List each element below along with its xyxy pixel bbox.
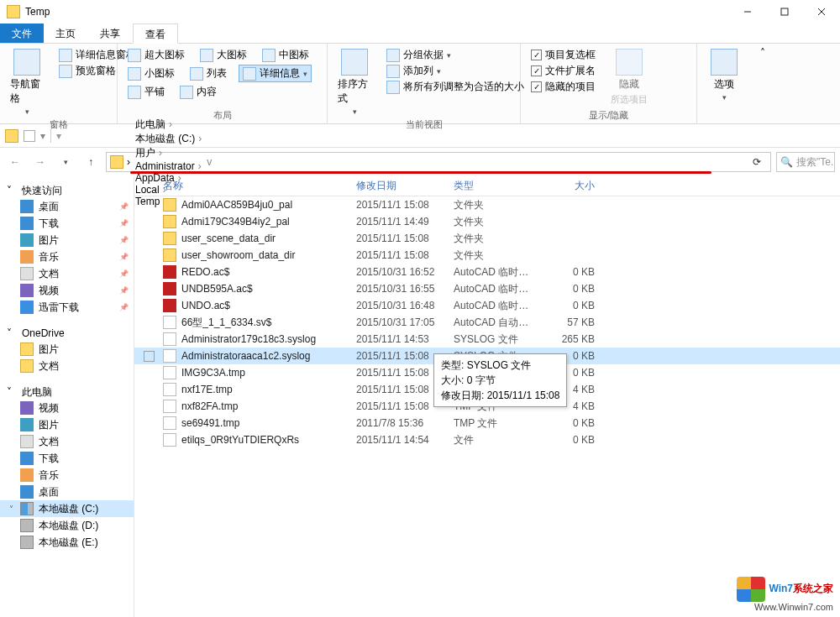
nav-item[interactable]: 图片	[0, 416, 134, 433]
nav-icon	[20, 359, 34, 373]
layout-content[interactable]: 内容	[176, 84, 220, 100]
col-type[interactable]: 类型	[449, 175, 541, 196]
file-row[interactable]: 66型_1_1_6334.sv$ 2015/10/31 17:05 AutoCA…	[134, 314, 840, 331]
nav-item[interactable]: 文档	[0, 358, 134, 374]
m-icon-icon	[262, 49, 276, 62]
folder-icon[interactable]	[5, 129, 18, 143]
qat-customize-button[interactable]: ▾	[40, 130, 45, 142]
add-columns-button[interactable]: 添加列 ▾	[383, 63, 528, 79]
properties-icon[interactable]	[24, 130, 35, 142]
search-input[interactable]: 🔍 搜索"Te...	[776, 152, 835, 172]
file-row[interactable]: Administrator179c18c3.syslog 2015/11/1 1…	[134, 331, 840, 348]
ribbon: 导航窗格 ▾ 详细信息窗格 预览窗格 窗格 超大图标 大图标 中图标 小图标 列…	[0, 44, 840, 124]
nav-item[interactable]: 文档	[0, 433, 134, 450]
layout-m-icons[interactable]: 中图标	[259, 47, 312, 63]
nav-item[interactable]: 视频	[0, 400, 134, 416]
collapse-ribbon-button[interactable]: ˄	[751, 44, 774, 123]
sort-by-button[interactable]: 排序方式 ▾	[334, 47, 375, 118]
breadcrumb-item[interactable]: 本地磁盘 (C:)›	[134, 132, 203, 146]
file-name: user_showroom_data_dir	[181, 249, 295, 261]
nav-up-button[interactable]: ↑	[81, 152, 101, 172]
maximize-button[interactable]	[766, 0, 803, 24]
file-row[interactable]: Admi179C349B4iy2_pal 2015/11/1 14:49 文件夹	[134, 213, 840, 230]
address-bar[interactable]: › 此电脑›本地磁盘 (C:)›用户›Administrator›AppData…	[106, 152, 771, 172]
nav-icon	[20, 250, 34, 264]
nav-this-pc[interactable]: ˅此电脑	[0, 383, 134, 400]
file-row[interactable]: se69491.tmp 2011/7/8 15:36 TMP 文件 0 KB	[134, 415, 840, 431]
nav-forward-button[interactable]: →	[30, 152, 50, 172]
drive-icon	[20, 536, 34, 549]
address-dropdown-button[interactable]: v	[207, 156, 212, 168]
qat-overflow-button[interactable]: ▾	[56, 130, 61, 142]
group-current-label: 当前视图	[334, 118, 513, 131]
minimize-button[interactable]	[729, 0, 766, 24]
nav-item[interactable]: 图片	[0, 341, 134, 358]
nav-item[interactable]: 下载	[0, 450, 134, 467]
nav-item[interactable]: 桌面	[0, 198, 134, 215]
col-date[interactable]: 修改日期	[351, 175, 449, 196]
nav-item[interactable]: 文档	[0, 265, 134, 282]
file-ext-toggle[interactable]: 文件扩展名	[528, 63, 599, 79]
nav-drive[interactable]: 本地磁盘 (D:)	[0, 517, 134, 534]
nav-drive[interactable]: 本地磁盘 (E:)	[0, 534, 134, 551]
file-icon	[163, 316, 176, 329]
breadcrumb-item[interactable]: Administrator›	[134, 160, 203, 172]
refresh-button[interactable]: ⟳	[747, 152, 767, 172]
file-date: 2015/11/1 15:08	[351, 249, 449, 261]
hide-selected-button[interactable]: 隐藏 所选项目	[607, 47, 651, 107]
layout-tiles[interactable]: 平铺	[124, 84, 168, 100]
layout-list[interactable]: 列表	[186, 65, 230, 81]
tab-file[interactable]: 文件	[0, 24, 44, 43]
column-header-row: 名称 修改日期 类型 大小	[134, 176, 840, 196]
nav-item[interactable]: 音乐	[0, 248, 134, 265]
file-row[interactable]: user_showroom_data_dir 2015/11/1 15:08 文…	[134, 247, 840, 264]
nav-drive[interactable]: ˅本地磁盘 (C:)	[0, 500, 134, 517]
nav-item[interactable]: 图片	[0, 232, 134, 248]
breadcrumb-item[interactable]: 此电脑›	[134, 118, 203, 132]
nav-item[interactable]: 桌面	[0, 484, 134, 500]
layout-xl-icons[interactable]: 超大图标	[124, 47, 188, 63]
file-row[interactable]: UNDB595A.ac$ 2015/10/31 16:55 AutoCAD 临时…	[134, 280, 840, 297]
nav-onedrive[interactable]: ˅OneDrive	[0, 324, 134, 341]
file-name: Administratoraaca1c2.syslog	[181, 350, 310, 362]
file-date: 2015/10/31 17:05	[351, 316, 449, 328]
file-row[interactable]: etilqs_0R9tYuTDIERQxRs 2015/11/1 14:54 文…	[134, 431, 840, 448]
file-row[interactable]: Admi0AAC859B4ju0_pal 2015/11/1 15:08 文件夹	[134, 196, 840, 213]
nav-pane-button[interactable]: 导航窗格 ▾	[7, 47, 47, 118]
nav-item[interactable]: 音乐	[0, 467, 134, 484]
layout-s-icons[interactable]: 小图标	[124, 65, 178, 81]
nav-quick-access[interactable]: ˅快速访问	[0, 181, 134, 198]
close-button[interactable]	[803, 0, 840, 24]
file-tooltip: 类型: SYSLOG 文件 大小: 0 字节 修改日期: 2015/11/1 1…	[433, 353, 567, 407]
acad-icon	[163, 282, 176, 295]
nav-item[interactable]: 下载	[0, 215, 134, 232]
nav-recent-button[interactable]: ▾	[55, 152, 76, 172]
layout-l-icons[interactable]: 大图标	[197, 47, 250, 63]
tab-share[interactable]: 共享	[88, 24, 133, 43]
row-checkbox[interactable]	[144, 351, 155, 362]
nav-item[interactable]: 视频	[0, 282, 134, 299]
nav-tree[interactable]: ˅快速访问 桌面下载图片音乐文档视频迅雷下载 ˅OneDrive 图片文档 ˅此…	[0, 176, 134, 617]
layout-details[interactable]: 详细信息▾	[239, 65, 312, 82]
file-row[interactable]: REDO.ac$ 2015/10/31 16:52 AutoCAD 临时文件 0…	[134, 264, 840, 280]
group-by-button[interactable]: 分组依据 ▾	[383, 47, 528, 63]
file-type: 文件夹	[449, 215, 541, 229]
folder-icon	[163, 215, 176, 228]
tab-home[interactable]: 主页	[44, 24, 88, 43]
file-list[interactable]: 名称 修改日期 类型 大小 Admi0AAC859B4ju0_pal 2015/…	[134, 176, 840, 617]
col-name[interactable]: 名称	[158, 175, 351, 196]
folder-icon	[163, 248, 176, 262]
fit-columns-button[interactable]: 将所有列调整为合适的大小	[383, 79, 528, 95]
file-row[interactable]: UNDO.ac$ 2015/10/31 16:48 AutoCAD 临时文件 0…	[134, 297, 840, 314]
watermark: Win7系统之家 Www.Winwin7.com	[737, 577, 833, 612]
nav-back-button[interactable]: ←	[5, 152, 25, 172]
file-row[interactable]: user_scene_data_dir 2015/11/1 15:08 文件夹	[134, 230, 840, 247]
hidden-items-toggle[interactable]: 隐藏的项目	[528, 79, 599, 95]
file-date: 2015/11/1 14:54	[351, 434, 449, 446]
options-button[interactable]: 选项 ▾	[704, 47, 744, 103]
breadcrumb-item[interactable]: 用户›	[134, 146, 203, 160]
tab-view[interactable]: 查看	[133, 24, 178, 44]
item-checkboxes-toggle[interactable]: 项目复选框	[528, 47, 599, 63]
col-size[interactable]: 大小	[541, 175, 600, 196]
nav-item[interactable]: 迅雷下载	[0, 299, 134, 316]
